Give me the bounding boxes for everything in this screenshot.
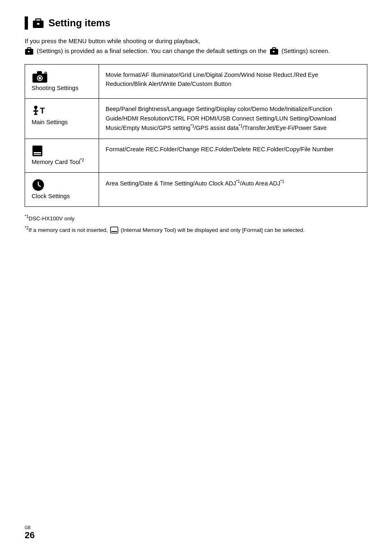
main-settings-icon-wrap: T Main Settings — [32, 104, 92, 127]
svg-rect-2 — [37, 23, 39, 25]
footnote-area: *1DSC-HX100V only *2If a memory card is … — [25, 213, 367, 234]
footnote-1: *1DSC-HX100V only — [25, 213, 367, 223]
page-number: 26 — [25, 530, 35, 540]
intro-line-2b: (Settings) screen. — [281, 47, 330, 54]
settings-briefcase-icon — [32, 17, 44, 29]
clock-label: Clock Settings — [32, 192, 70, 201]
intro-line-1: If you press the MENU button while shoot… — [25, 37, 200, 44]
shooting-icon-wrap: ⚙ Shooting Settings — [32, 70, 92, 93]
table-row-clock: Clock Settings Area Setting/Date & Time … — [25, 173, 367, 207]
page-header: Setting items — [25, 16, 367, 30]
footnote-1-text: DSC-HX100V only — [28, 215, 74, 222]
svg-rect-4 — [28, 48, 31, 50]
main-settings-description: Beep/Panel Brightness/Language Setting/D… — [99, 99, 367, 139]
footnote-2-text: If a memory card is not inserted, — [28, 227, 109, 233]
internal-memory-icon — [110, 227, 118, 234]
intro-line-2a: (Settings) is provided as a final select… — [37, 47, 268, 54]
sup-1d: *1 — [280, 179, 284, 184]
table-row-memory-card: Memory Card Tool*2 Format/Create REC.Fol… — [25, 139, 367, 172]
main-desc-text: Beep/Panel Brightness/Language Setting/D… — [106, 106, 336, 131]
main-settings-icon-cell: T Main Settings — [25, 99, 99, 139]
svg-rect-8 — [273, 51, 274, 52]
camera-settings-icon: ⚙ — [32, 70, 48, 83]
memory-card-icon-wrap: Memory Card Tool*2 — [32, 145, 92, 167]
svg-rect-5 — [28, 51, 30, 52]
svg-text:⚙: ⚙ — [44, 71, 47, 75]
svg-rect-7 — [272, 48, 276, 50]
black-bar-decoration — [25, 16, 28, 30]
footnote-2-text-cont: (Internal Memory Tool) will be displayed… — [119, 227, 304, 233]
svg-rect-10 — [37, 71, 42, 74]
clock-description: Area Setting/Date & Time Setting/Auto Cl… — [99, 173, 367, 207]
svg-rect-22 — [34, 152, 41, 153]
clock-icon — [32, 178, 45, 192]
svg-point-13 — [39, 77, 41, 79]
sup-1b: *1 — [239, 124, 242, 128]
page-title: Setting items — [48, 17, 111, 29]
memory-card-icon-cell: Memory Card Tool*2 — [25, 139, 99, 172]
main-settings-icon: T — [32, 104, 46, 118]
memory-card-label: Memory Card Tool*2 — [32, 157, 84, 167]
sup-1c: *1 — [236, 179, 240, 184]
svg-rect-28 — [111, 231, 117, 232]
svg-point-15 — [34, 106, 37, 109]
svg-rect-1 — [36, 19, 41, 21]
sup-2: *2 — [80, 158, 84, 162]
settings-icon-inline-2 — [270, 47, 279, 56]
shooting-description: Movie format/AF Illuminator/Grid Line/Di… — [99, 65, 367, 99]
shooting-icon-cell: ⚙ Shooting Settings — [25, 65, 99, 99]
clock-desc-text: Area Setting/Date & Time Setting/Auto Cl… — [106, 180, 284, 187]
sup-1a: *1 — [190, 124, 194, 128]
svg-text:T: T — [40, 106, 45, 115]
settings-table: ⚙ Shooting Settings Movie format/AF Illu… — [25, 64, 367, 207]
clock-icon-wrap: Clock Settings — [32, 178, 92, 201]
table-row-main-settings: T Main Settings Beep/Panel Brightness/La… — [25, 99, 367, 139]
table-row-shooting: ⚙ Shooting Settings Movie format/AF Illu… — [25, 65, 367, 99]
memory-card-icon — [32, 145, 46, 157]
settings-icon-inline — [25, 47, 34, 56]
intro-text: If you press the MENU button while shoot… — [25, 36, 367, 56]
page-label: GB — [25, 525, 35, 530]
svg-rect-23 — [34, 154, 41, 155]
memory-card-description: Format/Create REC.Folder/Change REC.Fold… — [99, 139, 367, 172]
footnote-2: *2If a memory card is not inserted, (Int… — [25, 225, 367, 234]
svg-rect-27 — [111, 227, 118, 233]
shooting-label: Shooting Settings — [32, 83, 78, 93]
page-number-area: GB 26 — [25, 525, 35, 541]
main-settings-label: Main Settings — [32, 118, 68, 127]
clock-icon-cell: Clock Settings — [25, 173, 99, 207]
